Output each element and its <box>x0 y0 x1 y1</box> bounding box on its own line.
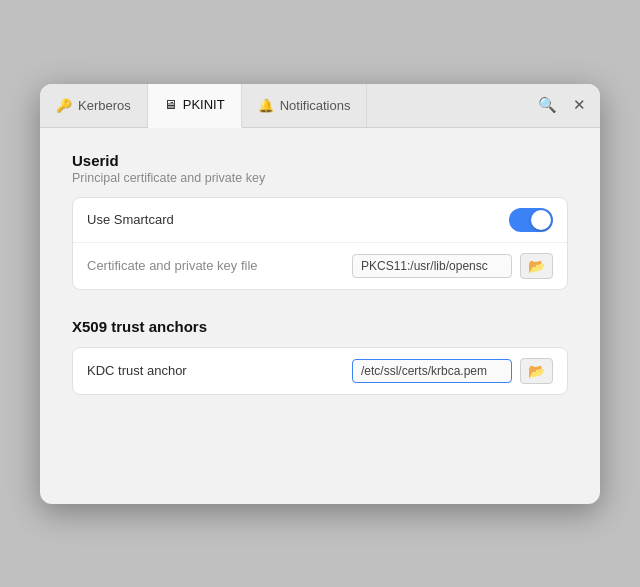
kdc-browse-button[interactable]: 📂 <box>520 358 553 384</box>
x509-section: X509 trust anchors KDC trust anchor 📂 <box>72 318 568 395</box>
smartcard-toggle[interactable] <box>509 208 553 232</box>
smartcard-label: Use Smartcard <box>87 212 501 227</box>
kdc-folder-icon: 📂 <box>528 363 545 379</box>
close-icon: ✕ <box>573 96 586 114</box>
userid-subtitle: Principal certificate and private key <box>72 171 568 185</box>
cert-browse-button[interactable]: 📂 <box>520 253 553 279</box>
userid-title: Userid <box>72 152 568 169</box>
titlebar: 🔑 Kerberos 🖥 PKINIT 🔔 Notifications 🔍 ✕ <box>40 84 600 128</box>
titlebar-actions: 🔍 ✕ <box>532 84 600 127</box>
userid-section: Userid Principal certificate and private… <box>72 152 568 290</box>
tab-kerberos[interactable]: 🔑 Kerberos <box>40 84 148 127</box>
content-area: Userid Principal certificate and private… <box>40 128 600 447</box>
tab-notifications-label: Notifications <box>280 98 351 113</box>
tab-kerberos-label: Kerberos <box>78 98 131 113</box>
search-button[interactable]: 🔍 <box>532 90 563 120</box>
close-button[interactable]: ✕ <box>567 90 592 120</box>
kdc-anchor-input[interactable] <box>352 359 512 383</box>
search-icon: 🔍 <box>538 96 557 114</box>
x509-title: X509 trust anchors <box>72 318 568 335</box>
tab-pkinit[interactable]: 🖥 PKINIT <box>148 84 242 128</box>
cert-input-group: 📂 <box>352 253 553 279</box>
pkinit-icon: 🖥 <box>164 97 177 112</box>
kdc-input-group: 📂 <box>352 358 553 384</box>
main-window: 🔑 Kerberos 🖥 PKINIT 🔔 Notifications 🔍 ✕ … <box>40 84 600 504</box>
userid-card: Use Smartcard Certificate and private ke… <box>72 197 568 290</box>
toggle-track <box>509 208 553 232</box>
x509-card: KDC trust anchor 📂 <box>72 347 568 395</box>
tab-pkinit-label: PKINIT <box>183 97 225 112</box>
kdc-anchor-label: KDC trust anchor <box>87 363 344 378</box>
folder-icon: 📂 <box>528 258 545 274</box>
cert-label: Certificate and private key file <box>87 258 344 273</box>
tab-notifications[interactable]: 🔔 Notifications <box>242 84 368 127</box>
toggle-thumb <box>531 210 551 230</box>
smartcard-row: Use Smartcard <box>73 198 567 242</box>
kerberos-icon: 🔑 <box>56 98 72 113</box>
cert-row: Certificate and private key file 📂 <box>73 242 567 289</box>
notifications-icon: 🔔 <box>258 98 274 113</box>
cert-input[interactable] <box>352 254 512 278</box>
kdc-anchor-row: KDC trust anchor 📂 <box>73 348 567 394</box>
